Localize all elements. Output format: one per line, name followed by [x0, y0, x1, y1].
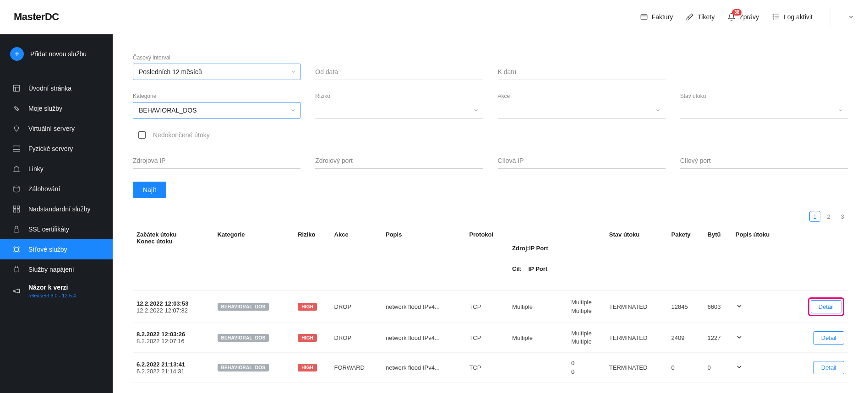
to-date-input[interactable]	[498, 64, 666, 80]
tickets-link[interactable]: Tikety	[686, 13, 715, 21]
table-row: 8.2.2022 12:03:268.2.2022 12:07:16BEHAVI…	[133, 323, 848, 353]
svg-rect-12	[13, 206, 16, 208]
sidebar-item-network-services[interactable]: Síťové služby	[0, 239, 113, 259]
sidebar-item-virtual-servers[interactable]: Virtuální servery	[0, 118, 113, 139]
detail-button[interactable]: Detail	[813, 331, 844, 345]
sidebar-item-home[interactable]: Úvodní stránka	[0, 78, 113, 98]
sidebar-item-services[interactable]: Moje služby	[0, 98, 113, 118]
page-3[interactable]: 3	[837, 211, 848, 222]
interval-value: Posledních 12 měsíců	[139, 68, 202, 75]
src-cell: Multiple	[508, 291, 568, 323]
packets-cell: 2409	[668, 323, 704, 353]
th-risk: Riziko	[294, 226, 330, 291]
state-cell: TERMINATED	[606, 353, 668, 382]
action-cell: DROP	[331, 291, 382, 323]
sidebar-item-backup[interactable]: Zálohování	[0, 179, 113, 199]
sidebar-item-label: Nadstandardní služby	[28, 205, 90, 213]
packets-cell: 12845	[668, 291, 704, 323]
attack-end: 8.2.2022 12:07:16	[136, 338, 210, 345]
find-button[interactable]: Najít	[133, 182, 166, 198]
dst-port-input[interactable]	[680, 152, 848, 169]
attack-end: 12.2.2022 12:07:32	[136, 307, 210, 314]
protocol-cell: TCP	[465, 353, 508, 382]
dst-cell: MultipleMultiple	[568, 291, 606, 323]
bytes-cell: 0	[704, 353, 732, 382]
account-dropdown[interactable]	[848, 14, 854, 20]
state-cell: TERMINATED	[606, 291, 668, 323]
attack-end: 6.2.2022 21:14:31	[136, 368, 210, 375]
th-bytes: Bytů	[704, 226, 732, 291]
page-1[interactable]: 1	[809, 211, 820, 222]
main-content: Časový interval Posledních 12 měsíců Kat…	[113, 34, 868, 393]
sidebar-item-ssl-certs[interactable]: SSL certifikáty	[0, 219, 113, 239]
unfinished-checkbox[interactable]	[138, 131, 146, 139]
svg-rect-13	[17, 206, 20, 208]
expand-row[interactable]	[736, 363, 743, 371]
page-2[interactable]: 2	[823, 211, 834, 222]
interval-select[interactable]: Posledních 12 měsíců	[133, 64, 300, 80]
th-attack-desc: Popis útoku	[732, 226, 788, 291]
invoices-label: Faktury	[652, 13, 673, 21]
highlighted-detail: Detail	[808, 297, 844, 316]
ssl-certs-icon	[12, 225, 21, 234]
th-start-end: Začátek útoku Konec útoku	[133, 226, 214, 291]
to-label	[498, 54, 666, 61]
backup-icon	[12, 184, 21, 194]
dst-cell: 00	[568, 353, 606, 382]
from-date-input[interactable]	[315, 64, 483, 80]
sidebar-item-label: Síťové služby	[28, 246, 67, 253]
header: MasterDC Faktury Tikety 38 Zprávy Log ak	[0, 0, 868, 34]
version-sub: release/3.6.0 - 12.5.4	[28, 292, 76, 299]
sidebar-item-version[interactable]: Názor k verzi release/3.6.0 - 12.5.4	[0, 280, 113, 303]
action-label: Akce	[498, 93, 666, 99]
attack-start: 6.2.2022 21:13:41	[136, 361, 210, 368]
table-row: 12.2.2022 12:03:5312.2.2022 12:07:32BEHA…	[133, 291, 848, 323]
svg-point-11	[14, 186, 19, 188]
th-dst2	[568, 226, 606, 291]
svg-point-5	[773, 16, 774, 17]
protocol-cell: TCP	[465, 323, 508, 353]
risk-select[interactable]	[315, 102, 483, 118]
detail-button[interactable]: Detail	[811, 300, 841, 313]
expand-row[interactable]	[736, 334, 743, 341]
dst-ip-input[interactable]	[498, 152, 666, 169]
attacks-table: Začátek útoku Konec útoku Kategorie Rizi…	[133, 226, 848, 383]
detail-button[interactable]: Detail	[813, 361, 844, 374]
activity-link[interactable]: Log aktivit	[772, 13, 813, 21]
desc-cell: network flood IPv4...	[382, 353, 465, 382]
svg-rect-10	[13, 150, 20, 152]
header-nav: Faktury Tikety 38 Zprávy Log aktivit	[640, 6, 854, 27]
sidebar-item-extra-services[interactable]: Nadstandardní služby	[0, 199, 113, 219]
invoices-link[interactable]: Faktury	[640, 13, 673, 21]
src-ip-input[interactable]	[133, 152, 300, 169]
invoice-icon	[640, 13, 648, 21]
svg-rect-0	[641, 15, 647, 20]
category-select[interactable]: BEHAVIORAL_DOS	[133, 102, 300, 118]
sidebar: + Přidat novou službu Úvodní stránkaMoje…	[0, 34, 113, 393]
state-select[interactable]	[680, 102, 848, 118]
risk-pill: HIGH	[298, 303, 317, 311]
sidebar-item-physical-servers[interactable]: Fyzické servery	[0, 139, 113, 159]
interval-label: Časový interval	[133, 54, 300, 61]
sidebar-item-label: Virtuální servery	[28, 125, 75, 132]
header-divider	[830, 6, 830, 27]
sidebar-item-label: Úvodní stránka	[28, 85, 71, 92]
list-icon	[772, 13, 780, 21]
add-service-button[interactable]: + Přidat novou službu	[0, 43, 113, 65]
messages-link[interactable]: 38 Zprávy	[727, 13, 759, 21]
category-pill: BEHAVIORAL_DOS	[218, 303, 269, 311]
risk-pill: HIGH	[298, 334, 317, 342]
sidebar-item-links[interactable]: Linky	[0, 159, 113, 179]
action-select[interactable]	[498, 102, 666, 118]
state-cell: TERMINATED	[606, 323, 668, 353]
risk-label: Riziko	[315, 93, 483, 99]
sidebar-item-power-services[interactable]: Služby napájení	[0, 259, 113, 280]
expand-row[interactable]	[736, 302, 743, 310]
category-pill: BEHAVIORAL_DOS	[218, 364, 269, 371]
src-cell	[508, 353, 568, 382]
svg-rect-15	[17, 210, 20, 212]
state-label: Stav útoku	[680, 93, 848, 99]
src-port-input[interactable]	[315, 152, 483, 169]
th-action: Akce	[331, 226, 382, 291]
svg-point-17	[14, 247, 15, 248]
